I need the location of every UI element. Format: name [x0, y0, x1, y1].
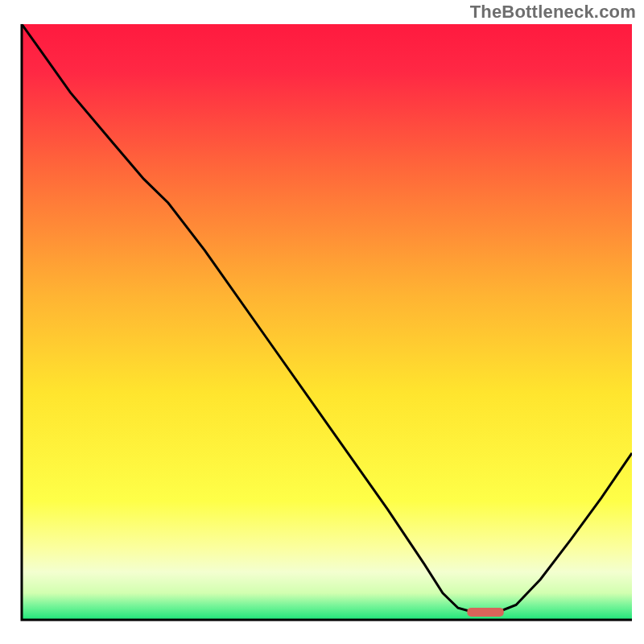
plot-background	[22, 24, 632, 620]
highlight-marker	[467, 608, 504, 617]
bottleneck-chart	[12, 24, 632, 632]
attribution-label: TheBottleneck.com	[470, 2, 636, 23]
chart-frame: TheBottleneck.com	[0, 0, 644, 644]
